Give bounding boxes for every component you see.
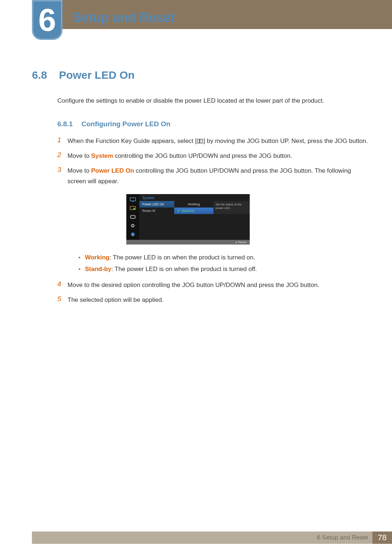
step-number: 1 — [57, 136, 68, 147]
osd-return-label: Return — [238, 241, 247, 244]
footer-text: 6 Setup and Reset — [317, 534, 368, 541]
step-2: 2 Move to System controlling the JOG but… — [57, 151, 370, 161]
bullet-keyword: Working — [85, 254, 110, 261]
step-text: When the Function Key Guide appears, sel… — [68, 136, 368, 147]
osd-menu-list: Power LED On Reset All — [139, 201, 174, 214]
step-text-a: Move to — [68, 167, 91, 174]
step-keyword: Power LED On — [91, 167, 134, 174]
subsection-number: 6.8.1 — [57, 120, 80, 128]
osd-columns: Power LED On Reset All Working Stand-by … — [139, 201, 250, 214]
svg-rect-1 — [132, 201, 134, 202]
step-text: Move to System controlling the JOG butto… — [68, 151, 292, 161]
osd-main: System Power LED On Reset All Working St… — [139, 194, 250, 240]
menu-icon — [197, 139, 203, 143]
bullet-list: •Working: The power LED is on when the p… — [78, 252, 370, 275]
step-text: Move to Power LED On controlling the JOG… — [68, 166, 370, 187]
osd-icon-column: i — [126, 194, 139, 240]
bullet-item: •Working: The power LED is on when the p… — [78, 252, 370, 263]
bullet-item: •Stand-by: The power LED is on when the … — [78, 263, 370, 275]
gear-icon — [130, 223, 136, 228]
osd-menu-item-selected: Power LED On — [139, 201, 174, 208]
step-number: 2 — [57, 151, 68, 161]
svg-rect-0 — [130, 198, 136, 201]
chapter-badge: 6 — [32, 0, 62, 40]
chapter-number: 6 — [38, 4, 56, 36]
step-1: 1 When the Function Key Guide appears, s… — [57, 136, 370, 147]
footer-bar: 6 Setup and Reset 78 — [32, 532, 392, 544]
bullet-text: : The power LED is on when the product i… — [110, 254, 255, 261]
osd-option-selected: Stand-by — [174, 208, 213, 214]
step-list-continued: 4 Move to the desired option controlling… — [57, 280, 370, 305]
bullet-dot: • — [78, 252, 85, 263]
info-icon: i — [130, 232, 136, 237]
osd-header: System — [139, 194, 250, 201]
chapter-title: Setup and Reset — [73, 10, 175, 25]
osd-screenshot: i System Power LED On Reset All Working … — [126, 194, 370, 245]
step-text-a: When the Function Key Guide appears, sel… — [68, 138, 197, 144]
step-text: Move to the desired option controlling t… — [68, 280, 319, 291]
osd-panel: i System Power LED On Reset All Working … — [126, 194, 250, 245]
resize-icon — [130, 214, 136, 219]
section-intro: Configure the settings to enable or disa… — [57, 96, 370, 106]
osd-help-text: Set the status of the power LED. — [213, 201, 250, 214]
osd-body: i System Power LED On Reset All Working … — [126, 194, 250, 240]
step-list: 1 When the Function Key Guide appears, s… — [57, 136, 370, 187]
page-content: 6.8 Power LED On Configure the settings … — [32, 69, 370, 310]
step-keyword: System — [91, 152, 113, 159]
svg-rect-4 — [131, 216, 135, 218]
step-number: 4 — [57, 280, 68, 291]
bullet-keyword: Stand-by — [85, 266, 111, 272]
step-number: 3 — [57, 166, 68, 187]
step-5: 5 The selected option will be applied. — [57, 295, 370, 305]
monitor-icon — [130, 197, 136, 202]
step-text: The selected option will be applied. — [68, 295, 164, 305]
subsection-heading: 6.8.1 Configuring Power LED On — [57, 120, 370, 128]
step-4: 4 Move to the desired option controlling… — [57, 280, 370, 291]
osd-option: Working — [174, 201, 213, 208]
osd-option-list: Working Stand-by — [174, 201, 213, 214]
subsection-title: Configuring Power LED On — [81, 120, 170, 128]
step-text-a: Move to — [68, 152, 91, 159]
section-number: 6.8 — [32, 69, 57, 81]
section-title: Power LED On — [59, 69, 134, 81]
step-text-b: ] by moving the JOG button UP. Next, pre… — [203, 138, 368, 144]
step-number: 5 — [57, 295, 68, 305]
return-arrow-icon: ◂ — [235, 241, 237, 244]
svg-rect-3 — [133, 208, 135, 209]
osd-menu-item: Reset All — [139, 208, 174, 214]
pip-icon — [130, 206, 136, 211]
section-heading: 6.8 Power LED On — [32, 69, 370, 81]
step-text-b: controlling the JOG button UP/DOWN and p… — [113, 152, 292, 159]
page-number: 78 — [372, 532, 392, 544]
bullet-text: : The power LED is on when the product i… — [111, 266, 257, 272]
step-3: 3 Move to Power LED On controlling the J… — [57, 166, 370, 187]
osd-footer: ◂Return — [126, 240, 250, 245]
bullet-dot: • — [78, 263, 85, 275]
